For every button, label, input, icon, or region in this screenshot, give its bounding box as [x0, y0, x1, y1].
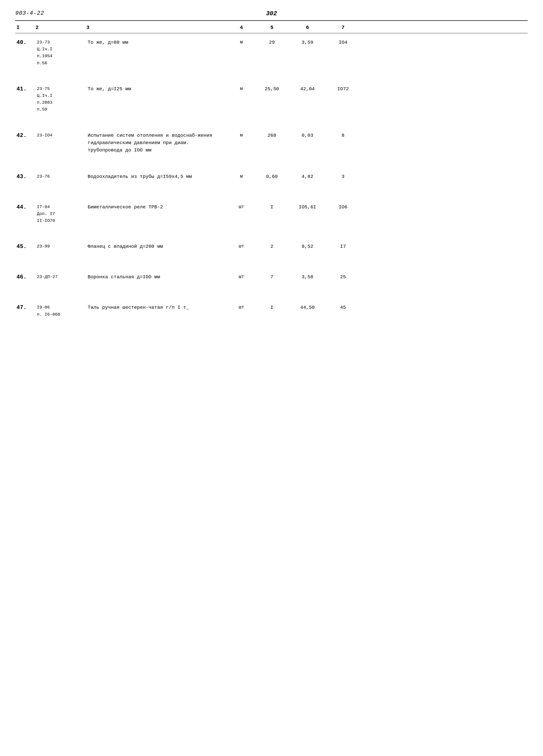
row-code-4: I7-04 Доп. I7 II-IO70	[36, 203, 86, 225]
row-num-0: 40.	[15, 38, 36, 48]
row-qty-1: 25,50	[257, 84, 287, 94]
row-code-6: 23-ДП-27	[36, 272, 86, 281]
row-num-6: 46.	[15, 272, 36, 282]
row-qty-3: 0,60	[257, 172, 287, 181]
row-desc-6: Воронка стальная д=IOO мм	[86, 272, 226, 282]
row-code-3: 23-76	[36, 172, 86, 181]
row-qty-2: 268	[257, 131, 287, 140]
row-num-4: 44.	[15, 203, 36, 212]
row-unit-5: шт	[226, 242, 257, 251]
row-price-3: 4,82	[287, 172, 328, 181]
row-unit-3: м	[226, 172, 257, 181]
row-col7-2: 8	[328, 131, 358, 140]
main-table: I 2 3 4 5 6 7 40. 23-73 Ц.Iч.I п.1954 п.…	[15, 21, 528, 323]
row-desc-4: Биметаллическое реле ТРВ-2	[86, 203, 226, 212]
table-row: 44. I7-04 Доп. I7 II-IO70 Биметаллическо…	[15, 198, 528, 230]
row-spacer	[15, 260, 528, 268]
col-header-5: 5	[257, 25, 287, 30]
row-num-5: 45.	[15, 242, 36, 252]
row-price-7: 44,50	[287, 303, 328, 312]
row-code-5: 23-99	[36, 242, 86, 251]
row-price-2: 0,03	[287, 131, 328, 140]
row-num-1: 41.	[15, 84, 36, 94]
column-headers: I 2 3 4 5 6 7	[15, 21, 528, 33]
row-desc-2: Испытание систем отопления и водоснаб-же…	[86, 131, 226, 155]
row-col7-6: 25	[328, 272, 358, 282]
row-col7-7: 45	[328, 303, 358, 312]
row-unit-7: шт	[226, 303, 257, 312]
row-unit-6: шт	[226, 272, 257, 281]
table-row: 47. I9-06 п. I6-068 Таль ручная шестерен…	[15, 298, 528, 323]
table-row: 41. 23-75 Ц.Iч.I п.2083 п.59 То же, д=I2…	[15, 80, 528, 119]
row-spacer	[15, 190, 528, 198]
row-spacer	[15, 72, 528, 80]
col-header-1: I	[15, 25, 36, 30]
row-code-7: I9-06 п. I6-068	[36, 303, 86, 319]
row-unit-2: м	[226, 131, 257, 140]
row-desc-5: Фланец с впадиной д=200 мм	[86, 242, 226, 251]
col-header-6: 6	[287, 25, 328, 30]
table-row: 45. 23-99 Фланец с впадиной д=200 мм шт …	[15, 237, 528, 260]
row-qty-5: 2	[257, 242, 287, 251]
row-price-1: 42,04	[287, 84, 328, 94]
col-header-2: 2	[36, 25, 86, 30]
row-num-2: 42.	[15, 131, 36, 141]
page-number: 302	[266, 10, 277, 17]
col-header-3: 3	[86, 25, 226, 30]
row-desc-1: То же, д=I25 мм	[86, 84, 226, 94]
table-row: 46. 23-ДП-27 Воронка стальная д=IOO мм ш…	[15, 268, 528, 291]
row-desc-7: Таль ручная шестерен-чатая г/п I т_	[86, 303, 226, 312]
row-code-2: 23-IO4	[36, 131, 86, 140]
row-desc-0: То же, д=80 мм	[86, 38, 226, 47]
row-spacer	[15, 160, 528, 167]
row-code-0: 23-73 Ц.Iч.I п.1954 п.56	[36, 38, 86, 68]
row-unit-1: м	[226, 84, 257, 93]
row-qty-4: I	[257, 203, 287, 212]
row-spacer	[15, 119, 528, 126]
row-qty-7: I	[257, 303, 287, 312]
row-price-6: 3,58	[287, 272, 328, 282]
row-spacer	[15, 291, 528, 298]
row-col7-0: IO4	[328, 38, 358, 47]
row-qty-6: 7	[257, 272, 287, 282]
doc-number: 903-4-22	[15, 10, 44, 17]
row-spacer	[15, 230, 528, 237]
row-price-4: IO5,6I	[287, 203, 328, 212]
table-body: 40. 23-73 Ц.Iч.I п.1954 п.56 То же, д=80…	[15, 33, 528, 323]
row-price-5: 8,52	[287, 242, 328, 251]
col-header-4: 4	[226, 25, 257, 30]
table-row: 43. 23-76 Водоохладитель из трубы д=I59х…	[15, 167, 528, 190]
row-unit-4: шт	[226, 203, 257, 211]
table-row: 42. 23-IO4 Испытание систем отопления и …	[15, 126, 528, 160]
table-row: 40. 23-73 Ц.Iч.I п.1954 п.56 То же, д=80…	[15, 33, 528, 72]
row-unit-0: м	[226, 38, 257, 47]
row-col7-3: 3	[328, 172, 358, 181]
row-qty-0: 29	[257, 38, 287, 47]
row-num-3: 43.	[15, 172, 36, 182]
row-col7-4: IO6	[328, 203, 358, 212]
row-price-0: 3,59	[287, 38, 328, 47]
row-code-1: 23-75 Ц.Iч.I п.2083 п.59	[36, 84, 86, 114]
row-desc-3: Водоохладитель из трубы д=I59х4,5 мм	[86, 172, 226, 181]
row-col7-1: IO72	[328, 84, 358, 94]
row-col7-5: I7	[328, 242, 358, 251]
col-header-7: 7	[328, 25, 358, 30]
row-num-7: 47.	[15, 303, 36, 313]
